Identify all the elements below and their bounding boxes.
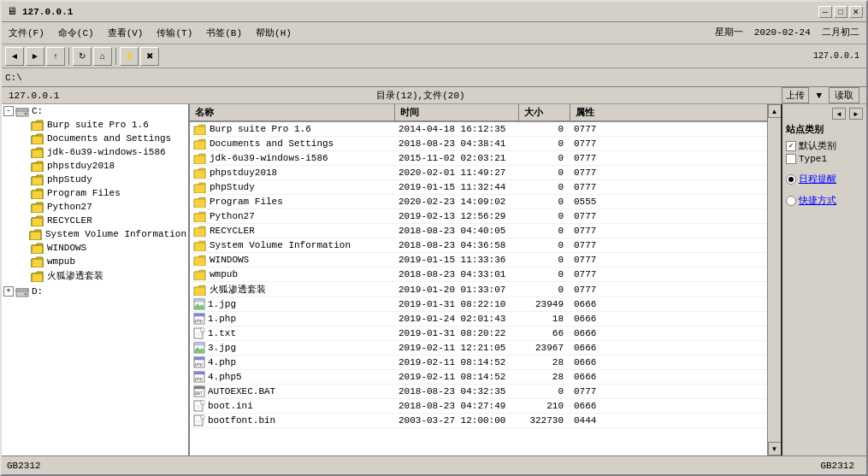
- tree-item[interactable]: Documents and Settings: [2, 132, 188, 145]
- connection-button[interactable]: ⚡: [120, 47, 139, 66]
- tree-item-root[interactable]: - C:: [2, 104, 188, 118]
- scroll-down-button[interactable]: ▼: [768, 442, 782, 455]
- table-row[interactable]: WINDOWS 2019-01-15 11:33:36 0 0777: [190, 253, 767, 267]
- site-category-title: 站点类别: [786, 123, 863, 136]
- tree-item[interactable]: RECYCLER: [2, 214, 188, 227]
- tree-item[interactable]: WINDOWS: [2, 241, 188, 255]
- table-row[interactable]: Program Files 2020-02-23 14:09:02 0 0555: [190, 195, 767, 209]
- svg-marker-37: [194, 170, 205, 179]
- file-name-cell: php 4.php: [190, 356, 395, 368]
- file-size-cell: 28: [519, 372, 570, 382]
- toolbar: ◄ ► ↑ ↻ ⌂ ⚡ ✖ 127.0.0.1: [2, 44, 866, 68]
- tree-item[interactable]: Python27: [2, 200, 188, 214]
- svg-rect-72: [194, 372, 204, 374]
- table-row[interactable]: BAT AUTOEXEC.BAT 2018-08-23 04:32:35 0 0…: [190, 385, 767, 399]
- datetime-display: 星期一 2020-02-24 二月初二: [715, 27, 863, 38]
- file-attr-cell: 0666: [570, 372, 622, 382]
- table-row[interactable]: 1.jpg 2019-01-31 08:22:10 23949 0666: [190, 297, 767, 312]
- sidebar-expand-button[interactable]: ►: [849, 108, 863, 120]
- shortcut-link[interactable]: 快捷方式: [799, 194, 836, 207]
- tree-item[interactable]: phpStudy: [2, 173, 188, 186]
- table-row[interactable]: RECYCLER 2018-08-23 04:40:05 0 0777: [190, 224, 767, 238]
- window-icon: 🖥: [5, 5, 19, 19]
- table-row[interactable]: Documents and Settings 2018-08-23 04:38:…: [190, 137, 767, 151]
- expand-icon[interactable]: -: [3, 106, 14, 116]
- default-category-item[interactable]: 默认类别: [786, 139, 863, 152]
- col-header-attr[interactable]: 属性: [570, 104, 767, 121]
- table-row[interactable]: Burp suite Pro 1.6 2014-04-18 16:12:35 0…: [190, 122, 767, 137]
- type1-checkbox[interactable]: [786, 154, 796, 164]
- svg-marker-6: [32, 136, 43, 144]
- encoding-label: GB2312: [820, 461, 854, 471]
- table-row[interactable]: 火狐渗透套装 2019-01-20 01:33:07 0 0777: [190, 282, 767, 297]
- table-row[interactable]: bootfont.bin 2003-03-27 12:00:00 322730 …: [190, 414, 767, 428]
- menu-item-command[interactable]: 命令(C): [55, 25, 97, 41]
- disconnect-button[interactable]: ✖: [140, 47, 159, 66]
- menu-item-view[interactable]: 查看(V): [104, 25, 147, 41]
- menu-item-help[interactable]: 帮助(H): [252, 25, 295, 41]
- tree-item[interactable]: phpstduy2018: [2, 159, 188, 173]
- default-category-checkbox[interactable]: [786, 141, 796, 151]
- table-row[interactable]: phpStudy 2019-01-15 11:32:44 0 0777: [190, 180, 767, 195]
- file-name-cell: 火狐渗透套装: [190, 283, 395, 296]
- close-button[interactable]: ✕: [849, 6, 863, 18]
- upload-button[interactable]: 上传: [782, 87, 809, 103]
- back-button[interactable]: ◄: [5, 47, 24, 66]
- schedule-item[interactable]: 日程提醒: [786, 173, 863, 185]
- svg-rect-58: [194, 314, 204, 316]
- file-size-cell: 0: [519, 226, 570, 236]
- minimize-button[interactable]: ─: [818, 6, 832, 18]
- file-attr-cell: 0777: [570, 138, 622, 149]
- address-label: C:\: [5, 73, 22, 83]
- tree-item[interactable]: 火狐渗透套装: [2, 268, 188, 283]
- table-row[interactable]: php 4.php5 2019-02-11 08:14:52 28 0666: [190, 370, 767, 385]
- sidebar-collapse-button[interactable]: ◄: [832, 108, 846, 120]
- file-attr-cell: 0777: [570, 386, 622, 397]
- table-row[interactable]: 1.txt 2019-01-31 08:20:22 66 0666: [190, 326, 767, 341]
- file-list-wrapper[interactable]: 名称 时间 大小 属性 Burp suite Pro 1.6 2014-04-1…: [190, 104, 767, 455]
- refresh-button[interactable]: ↻: [73, 47, 92, 66]
- schedule-radio[interactable]: [786, 174, 796, 185]
- menu-item-transfer[interactable]: 传输(T): [153, 25, 196, 41]
- home-button[interactable]: ⌂: [93, 47, 112, 66]
- connection-host-label: 127.0.0.1: [9, 91, 59, 101]
- table-row[interactable]: boot.ini 2018-08-23 04:27:49 210 0666: [190, 399, 767, 414]
- svg-rect-75: [194, 386, 204, 389]
- schedule-link[interactable]: 日程提醒: [799, 173, 836, 185]
- tree-panel: - C: Burp suite Pro 1.6: [2, 104, 190, 455]
- maximize-button[interactable]: □: [834, 6, 847, 18]
- tree-item-d-drive[interactable]: + D:: [2, 285, 188, 298]
- col-header-name[interactable]: 名称: [190, 104, 395, 121]
- table-row[interactable]: phpstduy2018 2020-02-01 11:49:27 0 0777: [190, 166, 767, 180]
- shortcut-section: 快捷方式: [786, 194, 863, 209]
- read-button[interactable]: 读取: [829, 87, 859, 103]
- col-header-size[interactable]: 大小: [519, 104, 570, 121]
- type1-item[interactable]: Type1: [786, 154, 863, 164]
- up-button[interactable]: ↑: [46, 47, 65, 66]
- shortcut-radio[interactable]: [786, 196, 796, 206]
- table-row[interactable]: php 1.php 2019-01-24 02:01:43 18 0666: [190, 312, 767, 326]
- site-category-section: 站点类别 默认类别 Type1: [786, 123, 863, 166]
- menu-item-bookmark[interactable]: 书签(B): [203, 25, 245, 41]
- tree-item[interactable]: Program Files: [2, 186, 188, 200]
- file-size-cell: 0: [519, 153, 570, 163]
- tree-item[interactable]: jdk-6u39-windows-i586: [2, 145, 188, 159]
- tree-item[interactable]: Burp suite Pro 1.6: [2, 118, 188, 132]
- col-header-time[interactable]: 时间: [395, 104, 519, 121]
- tree-item[interactable]: wmpub: [2, 255, 188, 268]
- table-row[interactable]: jdk-6u39-windows-i586 2015-11-02 02:03:2…: [190, 151, 767, 166]
- forward-button[interactable]: ►: [26, 47, 44, 66]
- file-time-cell: 2018-08-23 04:36:58: [395, 240, 519, 250]
- svg-point-2: [25, 113, 27, 115]
- file-name-cell: jdk-6u39-windows-i586: [190, 152, 395, 164]
- table-row[interactable]: wmpub 2018-08-23 04:33:01 0 0777: [190, 267, 767, 282]
- table-row[interactable]: Python27 2019-02-13 12:56:29 0 0777: [190, 209, 767, 224]
- shortcut-item[interactable]: 快捷方式: [786, 194, 863, 207]
- table-row[interactable]: php 4.php 2019-02-11 08:14:52 28 0666: [190, 356, 767, 370]
- menu-item-file[interactable]: 文件(F): [5, 25, 48, 41]
- table-row[interactable]: 3.jpg 2019-02-11 12:21:05 23967 0666: [190, 341, 767, 356]
- d-expand-icon[interactable]: +: [3, 286, 14, 297]
- scroll-up-button[interactable]: ▲: [768, 104, 782, 118]
- table-row[interactable]: System Volume Information 2018-08-23 04:…: [190, 238, 767, 253]
- tree-item[interactable]: System Volume Information: [2, 227, 188, 241]
